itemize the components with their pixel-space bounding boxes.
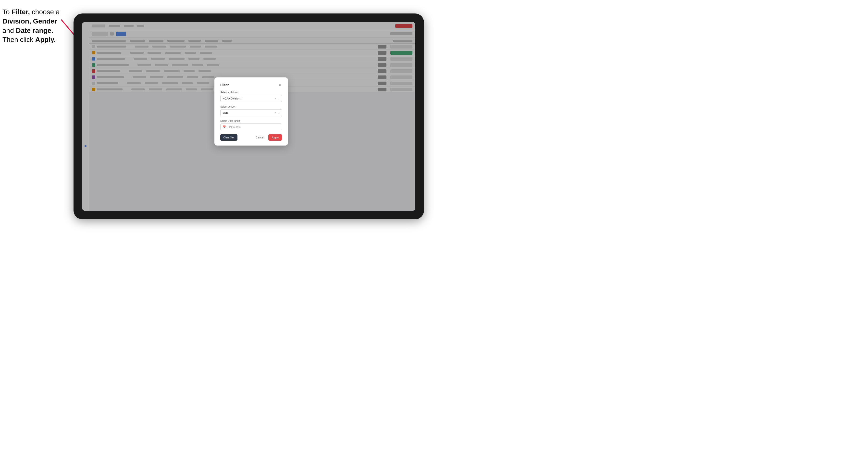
modal-title: Filter	[220, 83, 229, 87]
modal-overlay: Filter × Select a division NCAA Division…	[82, 22, 415, 211]
division-clear-icon[interactable]: ×	[275, 97, 276, 100]
instruction-text-then: Then click	[2, 36, 35, 43]
cancel-button[interactable]: Cancel	[253, 134, 267, 141]
date-placeholder: Pick a date	[227, 125, 241, 128]
gender-select-controls: × ⌄	[275, 112, 280, 114]
division-field: Select a division NCAA Division I × ⌄	[220, 91, 282, 102]
instruction-block: To Filter, choose a Division, Gender and…	[2, 7, 76, 44]
gender-field: Select gender Men × ⌄	[220, 105, 282, 116]
instruction-text-line1: To	[2, 8, 11, 16]
gender-select[interactable]: Men × ⌄	[220, 109, 282, 116]
gender-chevron-icon: ⌄	[278, 112, 280, 114]
division-value: NCAA Division I	[222, 97, 242, 100]
instruction-text-and: and	[2, 27, 16, 34]
division-select-controls: × ⌄	[275, 97, 280, 100]
apply-button[interactable]: Apply	[268, 134, 282, 141]
date-range-field: Select Date range 📅 Pick a date	[220, 120, 282, 130]
close-icon[interactable]: ×	[278, 83, 282, 87]
tablet-screen: Filter × Select a division NCAA Division…	[82, 22, 415, 211]
date-range-input[interactable]: 📅 Pick a date	[220, 123, 282, 130]
instruction-text-line2: choose a	[30, 8, 60, 16]
gender-label: Select gender	[220, 105, 282, 108]
tablet-frame: Filter × Select a division NCAA Division…	[73, 13, 424, 219]
calendar-icon: 📅	[222, 125, 226, 129]
division-chevron-icon: ⌄	[278, 97, 280, 100]
gender-value: Men	[222, 111, 228, 114]
instruction-bold-date: Date range.	[16, 27, 54, 34]
instruction-bold-filter: Filter,	[11, 8, 30, 16]
modal-footer: Clear filter Cancel Apply	[220, 134, 282, 141]
instruction-bold-apply: Apply.	[35, 36, 56, 43]
instruction-bold-division: Division, Gender	[2, 18, 57, 25]
gender-clear-icon[interactable]: ×	[275, 112, 276, 114]
division-label: Select a division	[220, 91, 282, 94]
clear-filter-button[interactable]: Clear filter	[220, 134, 238, 141]
division-select[interactable]: NCAA Division I × ⌄	[220, 95, 282, 102]
filter-modal: Filter × Select a division NCAA Division…	[214, 77, 288, 146]
date-range-label: Select Date range	[220, 120, 282, 122]
modal-header: Filter ×	[220, 83, 282, 87]
modal-action-buttons: Cancel Apply	[253, 134, 282, 141]
